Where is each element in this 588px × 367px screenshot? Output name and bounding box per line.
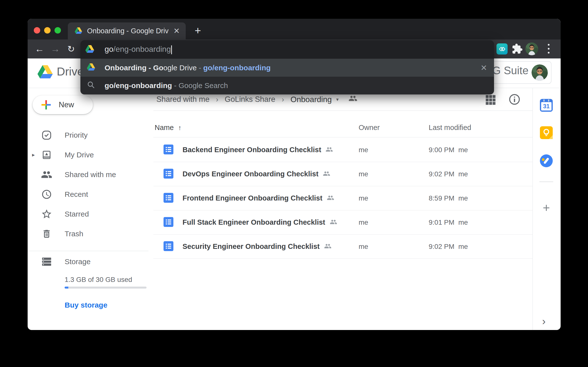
svg-text:31: 31 (543, 103, 550, 110)
clock-icon (41, 189, 53, 200)
drive-favicon (87, 63, 95, 72)
google-doc-icon (164, 145, 173, 155)
sidebar-item-shared-with-me[interactable]: Shared with me (28, 165, 148, 184)
chevron-right-icon: › (282, 95, 284, 104)
text-cursor (171, 45, 172, 54)
extensions-puzzle-icon[interactable] (512, 43, 523, 55)
sidebar-item-recent[interactable]: Recent (28, 184, 148, 204)
omnibox[interactable]: go/eng-onboarding (80, 40, 494, 59)
people-icon (41, 169, 53, 180)
tab-strip: Onboarding - Google Drive ✕ + (28, 19, 561, 39)
shared-people-icon (327, 194, 334, 202)
chevron-down-icon[interactable]: ▾ (336, 96, 339, 102)
file-owner: me (359, 219, 368, 226)
macos-close-button[interactable] (34, 27, 40, 34)
file-owner: me (359, 170, 368, 178)
file-owner: me (359, 146, 368, 154)
keep-icon[interactable] (540, 126, 553, 139)
new-button[interactable]: New (33, 95, 93, 114)
drive-logo[interactable] (37, 65, 53, 79)
omnibox-dropdown: go/eng-onboarding Onboarding - Google Dr… (80, 40, 494, 94)
info-icon[interactable] (508, 93, 521, 107)
shared-people-icon (324, 242, 331, 251)
sidebar-item-starred[interactable]: Starred (28, 204, 148, 224)
google-doc-icon (164, 241, 173, 252)
suggestion-drive-onboarding[interactable]: Onboarding - Google Drive - go/eng-onboa… (80, 59, 494, 77)
remove-suggestion-icon[interactable]: ✕ (480, 63, 487, 73)
calendar-icon[interactable]: 31 (540, 99, 553, 112)
file-name: Security Engineer Onboarding Checklist (183, 242, 320, 251)
file-modified: 9:02 PMme (429, 170, 468, 178)
golinks-extension-icon[interactable] (496, 43, 508, 55)
tasks-icon[interactable] (540, 154, 553, 167)
drive-logo-text: Drive (57, 65, 84, 78)
back-icon[interactable]: ← (33, 39, 46, 58)
tab-title: Onboarding - Google Drive (87, 27, 168, 35)
file-owner: me (359, 243, 368, 251)
file-modified: 9:01 PMme (429, 219, 468, 226)
trash-icon (41, 229, 53, 239)
sidebar-item-priority[interactable]: Priority (28, 125, 148, 145)
my-drive-icon (41, 150, 53, 160)
sidebar-item-my-drive[interactable]: ▸ My Drive (28, 145, 148, 165)
breadcrumb-onboarding[interactable]: Onboarding (291, 95, 332, 104)
get-add-ons-icon[interactable]: + (540, 201, 553, 214)
multicolor-plus-icon (40, 99, 52, 110)
chevron-right-icon: › (216, 95, 218, 104)
tab-close-icon[interactable]: ✕ (173, 27, 180, 35)
file-name: Full Stack Engineer Onboarding Checklist (183, 218, 325, 226)
rail-divider (539, 182, 553, 182)
gsuite-badge-label: G Suite (492, 64, 529, 77)
table-row[interactable]: DevOps Engineer Onboarding Checklist me … (153, 162, 533, 186)
file-name: Backend Engineer Onboarding Checklist (183, 146, 321, 154)
breadcrumb-golinks-share[interactable]: GoLinks Share (225, 95, 275, 104)
sidebar-divider (28, 251, 148, 251)
file-modified: 9:00 PMme (429, 146, 468, 154)
google-doc-icon (164, 169, 173, 180)
storage-usage-text: 1.3 GB of 30 GB used (65, 276, 132, 284)
grid-view-icon[interactable] (484, 93, 497, 107)
omnibox-input[interactable]: go/eng-onboarding (105, 45, 172, 54)
shared-people-icon (330, 218, 337, 227)
table-row[interactable]: Security Engineer Onboarding Checklist m… (153, 235, 533, 259)
folder-shared-icon (349, 94, 357, 105)
new-tab-button[interactable]: + (191, 25, 204, 37)
column-header-last-modified[interactable]: Last modified (429, 124, 471, 132)
breadcrumb-shared-with-me[interactable]: Shared with me (156, 95, 209, 104)
account-avatar[interactable] (532, 64, 548, 81)
column-header-name[interactable]: Name↑ (155, 124, 182, 132)
expand-arrow-icon[interactable]: ▸ (32, 152, 35, 158)
table-header-divider (153, 137, 533, 137)
browser-window: Onboarding - Google Drive ✕ + ← → ↻ Driv… (28, 19, 561, 330)
macos-zoom-button[interactable] (55, 27, 61, 34)
search-icon (87, 81, 95, 91)
side-panel-divider (533, 88, 533, 330)
shared-people-icon (323, 170, 330, 178)
table-row[interactable]: Backend Engineer Onboarding Checklist me… (153, 138, 533, 162)
table-row[interactable]: Frontend Engineer Onboarding Checklist m… (153, 186, 533, 210)
reload-icon[interactable]: ↻ (65, 39, 77, 58)
browser-tab[interactable]: Onboarding - Google Drive ✕ (68, 22, 186, 39)
file-owner: me (359, 194, 368, 202)
star-icon (41, 208, 53, 220)
suggestion-google-search[interactable]: go/eng-onboarding - Google Search (80, 77, 494, 94)
forward-icon[interactable]: → (49, 39, 62, 58)
browser-profile-avatar[interactable] (525, 42, 538, 55)
macos-minimize-button[interactable] (44, 27, 51, 34)
shared-people-icon (326, 146, 333, 154)
new-button-label: New (59, 100, 74, 109)
file-modified: 8:59 PMme (429, 194, 468, 202)
table-row[interactable]: Full Stack Engineer Onboarding Checklist… (153, 210, 533, 235)
storage-progress-fill (65, 287, 68, 289)
file-name: Frontend Engineer Onboarding Checklist (183, 194, 322, 202)
google-doc-icon (164, 217, 173, 228)
drive-favicon (85, 45, 94, 54)
column-header-owner[interactable]: Owner (359, 124, 380, 132)
sidebar-item-trash[interactable]: Trash (28, 224, 148, 244)
drive-favicon (75, 27, 82, 35)
browser-menu-icon[interactable] (548, 44, 550, 56)
hide-side-panel-icon[interactable]: › (542, 315, 546, 327)
file-modified: 9:02 PMme (429, 243, 468, 251)
sidebar-item-storage[interactable]: Storage (28, 252, 148, 272)
buy-storage-link[interactable]: Buy storage (65, 301, 107, 309)
